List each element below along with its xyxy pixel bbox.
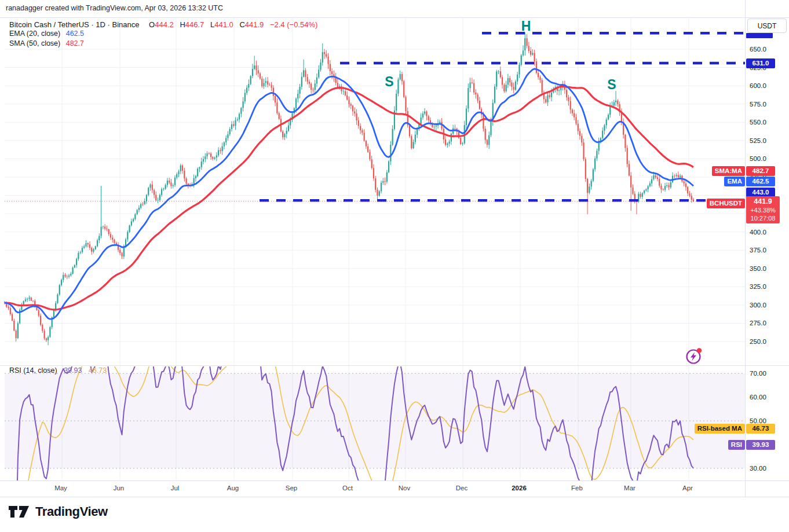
open-value: 444.2 [155,20,174,29]
tradingview-logo[interactable]: TradingView [8,504,108,519]
candles-layer [4,32,694,345]
flash-icon[interactable] [684,347,704,366]
price-tick: 325.0 [750,282,766,291]
price-tick: 300.0 [750,301,766,309]
price-chart-canvas[interactable] [0,0,789,532]
close-label: C [239,20,244,29]
rsi-tick: 70.00 [750,369,766,377]
rsi-ma-tag-value: 46.73 [746,424,775,434]
open-label: O [149,20,155,29]
month-label-2026: 2026 [512,485,527,491]
month-label-oct: Oct [342,485,353,491]
high-value: 446.7 [185,20,204,29]
month-label-sep: Sep [286,485,297,491]
sma-value: 482.7 [66,39,84,47]
resistance-level-label: 631.0 [746,58,775,68]
price-tick: 525.0 [750,137,766,145]
rsi-tag-value: 39.93 [746,440,775,450]
high-label: H [180,20,185,29]
price-tick: 350.0 [750,265,766,273]
tradingview-logo-text: TradingView [35,504,108,519]
month-label-nov: Nov [399,485,410,491]
rsi-value: 39.93 [64,366,82,375]
currency-toggle-button[interactable]: USDT [747,19,787,33]
watermark-attribution: ranadagger created with TradingView.com,… [6,4,223,12]
symbol-title[interactable]: Bitcoin Cash / TetherUS · 1D · Binance [9,20,139,29]
head-annotation: H [521,19,531,34]
price-tick: 275.0 [750,319,766,327]
ema-price-tag: EMA [724,177,745,186]
right-shoulder-annotation: S [607,77,616,93]
ema-price-value: 462.5 [746,177,775,186]
price-tick: 250.0 [750,337,766,346]
month-label-jun: Jun [114,485,125,491]
tradingview-logo-icon [8,504,30,519]
month-label-mar: Mar [624,485,635,491]
ema-legend-row[interactable]: EMA (20, close) 462.5 [9,30,84,38]
sma-price-tag: SMA:MA [712,166,745,176]
close-value: 441.9 [245,20,264,29]
rsi-ma-value: 46.73 [89,366,107,375]
sma-label: SMA (50, close) [9,39,60,47]
bar-countdown: 10:27:08 [746,214,780,222]
rsi-ma-tag: RSI-based MA [695,424,745,434]
price-tick: 575.0 [750,100,766,108]
tradingview-chart-page: ranadagger created with TradingView.com,… [0,0,789,532]
rsi-tick: 30.00 [750,464,766,472]
month-label-jul: Jul [171,485,180,491]
price-tick: 600.0 [750,82,766,90]
low-value: 441.0 [214,20,233,29]
upper-resistance-label [746,33,773,38]
rsi-tag: RSI [728,440,745,450]
change-percent-value: +43.38% [746,206,780,214]
sma-legend-row[interactable]: SMA (50, close) 482.7 [9,39,84,47]
change-value: −2.4 (−0.54%) [270,20,317,29]
rsi-label: RSI (14, close) [9,366,57,375]
price-tick: 400.0 [750,228,766,236]
price-tick: 550.0 [750,118,766,126]
price-tick: 375.0 [750,246,766,254]
month-label-may: May [54,485,67,491]
symbol-price-tag: BCHUSDT [707,199,745,208]
sma-price-value: 482.7 [746,166,775,176]
symbol-legend[interactable]: Bitcoin Cash / TetherUS · 1D · Binance O… [9,20,317,29]
month-label-aug: Aug [227,485,239,491]
month-label-apr: Apr [682,485,693,491]
price-tick: 650.0 [750,45,766,53]
ema-value: 462.5 [66,30,84,38]
rsi-legend[interactable]: RSI (14, close) 39.93 46.73 [9,366,107,375]
left-shoulder-annotation: S [385,74,393,90]
rsi-tick: 60.00 [750,393,766,401]
month-label-feb: Feb [571,485,583,491]
last-price-value: 441.9 [746,197,780,206]
ema-label: EMA (20, close) [9,30,60,38]
last-price-label: 441.9 +43.38% 10:27:08 [746,196,780,223]
month-label-dec: Dec [456,485,467,491]
price-tick: 500.0 [750,155,766,163]
